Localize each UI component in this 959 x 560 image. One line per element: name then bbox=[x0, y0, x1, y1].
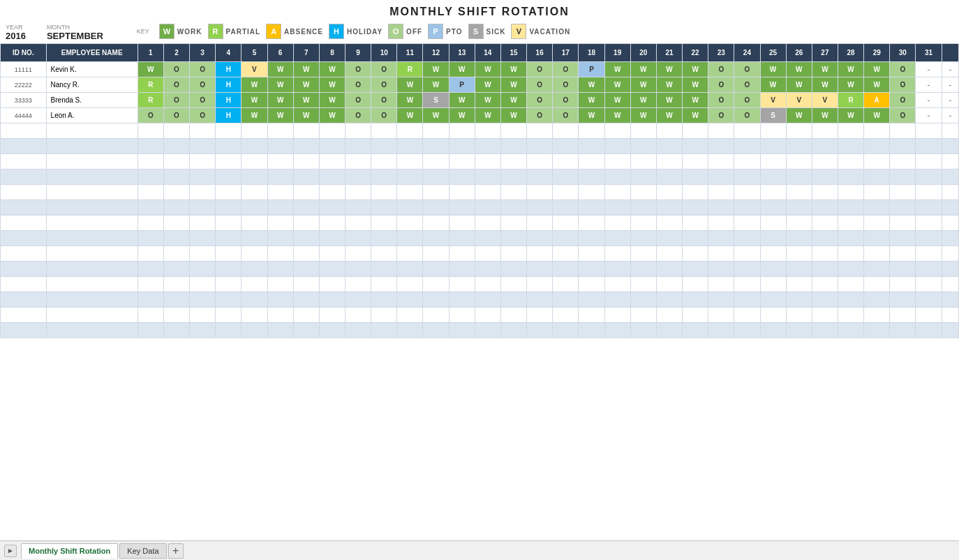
day-cell[interactable]: W bbox=[423, 108, 449, 123]
day-cell[interactable]: W bbox=[812, 77, 838, 93]
day-cell[interactable]: W bbox=[604, 77, 630, 93]
day-cell[interactable]: O bbox=[890, 62, 916, 77]
day-cell[interactable]: O bbox=[734, 93, 760, 108]
day-cell[interactable]: O bbox=[345, 93, 371, 108]
day-cell[interactable]: W bbox=[786, 62, 812, 77]
day-cell[interactable]: W bbox=[604, 93, 630, 108]
day-cell[interactable]: W bbox=[760, 62, 786, 77]
day-cell[interactable]: O bbox=[734, 108, 760, 123]
day-cell[interactable]: W bbox=[475, 93, 500, 108]
day-cell[interactable]: W bbox=[683, 108, 708, 123]
day-cell[interactable]: O bbox=[345, 108, 371, 123]
day-cell[interactable]: O bbox=[553, 108, 579, 123]
day-cell[interactable]: W bbox=[812, 108, 838, 123]
day-cell[interactable]: W bbox=[475, 62, 500, 77]
day-cell[interactable]: R bbox=[137, 93, 163, 108]
day-cell[interactable]: W bbox=[630, 77, 656, 93]
day-cell[interactable]: O bbox=[190, 77, 216, 93]
day-cell[interactable]: W bbox=[397, 77, 423, 93]
day-cell[interactable]: O bbox=[553, 62, 579, 77]
day-cell[interactable]: O bbox=[163, 77, 189, 93]
day-cell[interactable]: W bbox=[683, 62, 708, 77]
day-cell[interactable]: W bbox=[760, 77, 786, 93]
day-cell[interactable]: O bbox=[890, 108, 916, 123]
day-cell[interactable]: O bbox=[371, 77, 397, 93]
day-cell[interactable]: O bbox=[190, 108, 216, 123]
day-cell[interactable]: - bbox=[916, 62, 942, 77]
day-cell[interactable]: W bbox=[864, 108, 890, 123]
day-cell[interactable]: W bbox=[656, 93, 682, 108]
day-cell[interactable]: W bbox=[604, 62, 630, 77]
day-cell[interactable]: W bbox=[864, 77, 890, 93]
day-cell[interactable]: O bbox=[527, 108, 553, 123]
day-cell[interactable]: W bbox=[630, 62, 656, 77]
day-cell[interactable]: W bbox=[423, 77, 449, 93]
day-cell[interactable]: V bbox=[760, 93, 786, 108]
day-cell[interactable]: V bbox=[241, 62, 267, 77]
day-cell[interactable]: W bbox=[475, 108, 500, 123]
day-cell[interactable]: O bbox=[708, 77, 734, 93]
day-cell[interactable]: O bbox=[527, 62, 553, 77]
day-cell[interactable]: W bbox=[449, 93, 475, 108]
day-cell[interactable]: W bbox=[241, 108, 267, 123]
day-cell[interactable]: O bbox=[734, 77, 760, 93]
day-cell[interactable]: W bbox=[397, 108, 423, 123]
day-cell[interactable]: A bbox=[864, 93, 890, 108]
day-cell[interactable]: - bbox=[916, 77, 942, 93]
day-cell[interactable]: W bbox=[838, 108, 863, 123]
day-cell[interactable]: W bbox=[630, 108, 656, 123]
day-cell[interactable]: O bbox=[553, 93, 579, 108]
day-cell[interactable]: O bbox=[890, 77, 916, 93]
day-cell[interactable]: W bbox=[137, 62, 163, 77]
day-cell[interactable]: W bbox=[656, 62, 682, 77]
day-cell[interactable]: W bbox=[683, 77, 708, 93]
day-cell[interactable]: O bbox=[553, 77, 579, 93]
day-cell[interactable]: W bbox=[500, 93, 526, 108]
day-cell[interactable]: W bbox=[475, 77, 500, 93]
day-cell[interactable]: O bbox=[527, 77, 553, 93]
day-cell[interactable]: W bbox=[500, 77, 526, 93]
day-cell[interactable]: W bbox=[423, 62, 449, 77]
day-cell[interactable]: H bbox=[216, 62, 241, 77]
sheet-tab[interactable]: Monthly Shift Rotation bbox=[21, 543, 118, 559]
day-cell[interactable]: W bbox=[786, 77, 812, 93]
day-cell[interactable]: W bbox=[579, 77, 604, 93]
day-cell[interactable]: W bbox=[267, 93, 293, 108]
day-cell[interactable]: O bbox=[163, 93, 189, 108]
day-cell[interactable]: W bbox=[241, 77, 267, 93]
day-cell[interactable]: O bbox=[708, 108, 734, 123]
day-cell[interactable]: O bbox=[371, 93, 397, 108]
day-cell[interactable]: W bbox=[267, 77, 293, 93]
day-cell[interactable]: W bbox=[579, 108, 604, 123]
day-cell[interactable]: W bbox=[630, 93, 656, 108]
day-cell[interactable]: W bbox=[319, 62, 345, 77]
day-cell[interactable]: H bbox=[216, 108, 241, 123]
day-cell[interactable]: R bbox=[137, 77, 163, 93]
day-cell[interactable]: W bbox=[812, 62, 838, 77]
day-cell[interactable]: W bbox=[267, 108, 293, 123]
day-cell[interactable]: O bbox=[345, 77, 371, 93]
day-cell[interactable]: O bbox=[371, 108, 397, 123]
day-cell[interactable]: W bbox=[500, 62, 526, 77]
day-cell[interactable]: O bbox=[190, 93, 216, 108]
day-cell[interactable]: H bbox=[216, 93, 241, 108]
day-cell[interactable]: W bbox=[319, 93, 345, 108]
day-cell[interactable]: O bbox=[708, 62, 734, 77]
day-cell[interactable]: W bbox=[267, 62, 293, 77]
day-cell[interactable]: W bbox=[786, 108, 812, 123]
day-cell[interactable]: P bbox=[579, 62, 604, 77]
day-cell[interactable]: W bbox=[319, 77, 345, 93]
day-cell[interactable]: O bbox=[371, 62, 397, 77]
day-cell[interactable]: W bbox=[397, 93, 423, 108]
day-cell[interactable]: W bbox=[241, 93, 267, 108]
day-cell[interactable]: W bbox=[864, 62, 890, 77]
day-cell[interactable]: O bbox=[345, 62, 371, 77]
day-cell[interactable]: O bbox=[734, 62, 760, 77]
day-cell[interactable]: S bbox=[760, 108, 786, 123]
add-tab-button[interactable]: + bbox=[168, 543, 184, 559]
day-cell[interactable]: W bbox=[656, 77, 682, 93]
day-cell[interactable]: W bbox=[604, 108, 630, 123]
day-cell[interactable]: W bbox=[293, 77, 319, 93]
day-cell[interactable]: V bbox=[812, 93, 838, 108]
day-cell[interactable]: O bbox=[890, 93, 916, 108]
